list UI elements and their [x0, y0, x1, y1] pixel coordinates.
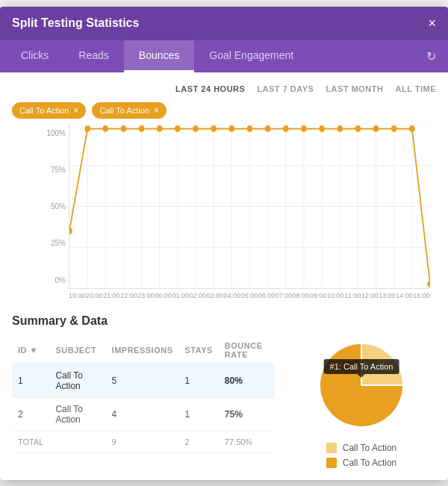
chart-dot: [301, 125, 306, 132]
legend-label-2: Call To Action: [343, 458, 397, 468]
summary-title: Summary & Data: [12, 314, 436, 328]
x-label-11: 11:00: [344, 292, 361, 299]
filter-tag-2-label: Call To Action: [99, 106, 149, 115]
table-row: 2 Call To Action 4 1 75%: [12, 397, 275, 431]
col-subject: SUBJECT: [49, 337, 105, 364]
row-1-impressions: 5: [106, 364, 179, 397]
chart-dot: [121, 125, 126, 132]
modal-header: Split Testing Statistics ×: [0, 7, 448, 40]
total-impressions: 9: [106, 431, 179, 452]
y-label-50: 50%: [42, 202, 66, 211]
chart-dot: [409, 125, 414, 132]
x-label-21: 21:00: [103, 292, 120, 299]
data-table: ID ▼ SUBJECT IMPRESSIONS STAYS BOUNCE RA…: [12, 337, 275, 453]
tab-clicks[interactable]: Clicks: [6, 40, 63, 72]
x-label-12: 12:00: [361, 292, 379, 299]
chart-dot: [139, 125, 144, 132]
x-label-20: 20:00: [86, 292, 103, 299]
row-2-bounce-rate: 75%: [219, 397, 275, 431]
x-label-13: 13:00: [379, 292, 396, 299]
chart-dot: [373, 125, 379, 132]
col-id: ID ▼: [12, 337, 49, 364]
chart-dot: [427, 281, 430, 287]
x-label-19: 19:00: [69, 292, 86, 299]
summary-section: Summary & Data ID ▼ SUBJECT IMPRESSIONS …: [12, 314, 436, 468]
x-label-07: 07:00: [276, 292, 293, 299]
x-label-09: 09:00: [310, 292, 327, 299]
total-bounce-rate: 77.50%: [219, 431, 275, 452]
pie-legend: Call To Action Call To Action: [326, 443, 397, 468]
filter-tag-1-remove[interactable]: ×: [73, 105, 78, 116]
x-label-15: 15:00: [413, 292, 430, 299]
chart-dot: [247, 125, 252, 132]
chart-dot: [193, 125, 198, 132]
x-label-06: 06:00: [258, 292, 276, 299]
modal-title: Split Testing Statistics: [12, 16, 139, 30]
pie-svg: [313, 337, 410, 434]
col-impressions: IMPRESSIONS: [106, 337, 179, 364]
x-label-10: 10:00: [327, 292, 344, 299]
row-1-bounce-rate: 80%: [219, 364, 275, 397]
chart-wrapper: 100% 75% 50% 25% 0%: [42, 125, 430, 299]
x-label-04: 04:00: [224, 292, 241, 299]
filter-last-7-days[interactable]: LAST 7 DAYS: [257, 84, 314, 93]
pie-tooltip: #1: Call To Action: [324, 359, 399, 374]
row-2-impressions: 4: [106, 397, 179, 431]
chart-dot: [319, 125, 324, 132]
filter-last-month[interactable]: LAST MONTH: [326, 84, 383, 93]
pie-chart: #1: Call To Action: [313, 337, 410, 434]
filter-tag-1-label: Call To Action: [19, 106, 69, 115]
filter-last-24-hours[interactable]: LAST 24 HOURS: [175, 84, 245, 93]
legend-label-1: Call To Action: [343, 443, 397, 453]
filter-tag-2-remove[interactable]: ×: [154, 105, 159, 116]
total-empty: [49, 431, 105, 452]
filter-all-time[interactable]: ALL TIME: [395, 84, 436, 93]
x-label-22: 22:00: [120, 292, 137, 299]
filter-tags: Call To Action × Call To Action ×: [12, 102, 436, 119]
x-label-14: 14:00: [396, 292, 413, 299]
modal: Split Testing Statistics × Clicks Reads …: [0, 7, 448, 480]
x-label-05: 05:00: [241, 292, 258, 299]
chart-dot: [265, 125, 270, 132]
chart-dot: [69, 227, 72, 234]
y-label-75: 75%: [42, 166, 66, 174]
chart-dot: [157, 125, 162, 132]
time-filters: LAST 24 HOURS LAST 7 DAYS LAST MONTH ALL…: [12, 84, 436, 93]
chart-dot: [283, 125, 288, 132]
x-axis: 19:00 20:00 21:00 22:00 23:00 00:00 01:0…: [69, 292, 430, 299]
tab-goal-engagement[interactable]: Goal Engagement: [194, 40, 308, 72]
legend-color-2: [326, 458, 337, 468]
filter-tag-2: Call To Action ×: [92, 102, 166, 119]
x-label-01: 01:00: [172, 292, 189, 299]
table-section: ID ▼ SUBJECT IMPRESSIONS STAYS BOUNCE RA…: [12, 337, 275, 468]
chart-dot: [337, 125, 343, 132]
tab-reads[interactable]: Reads: [63, 40, 123, 72]
chart-dot: [211, 125, 216, 132]
x-label-00: 00:00: [155, 292, 172, 299]
chart-dot: [355, 125, 361, 132]
row-2-stays: 1: [178, 397, 218, 431]
chart-dot: [229, 125, 234, 132]
chart-dot: [84, 125, 90, 132]
table-header-row: ID ▼ SUBJECT IMPRESSIONS STAYS BOUNCE RA…: [12, 337, 275, 364]
total-stays: 2: [178, 431, 218, 452]
close-button[interactable]: ×: [428, 16, 436, 31]
row-2-subject: Call To Action: [49, 397, 105, 431]
chart-dot: [391, 125, 396, 132]
tab-bounces[interactable]: Bounces: [124, 40, 194, 72]
row-1-id: 1: [12, 364, 49, 397]
col-stays: STAYS: [178, 337, 218, 364]
legend-item-1: Call To Action: [326, 443, 397, 453]
y-label-0: 0%: [42, 276, 66, 284]
x-label-23: 23:00: [137, 292, 155, 299]
legend-item-2: Call To Action: [326, 458, 397, 468]
tabs-bar: Clicks Reads Bounces Goal Engagement ↻: [0, 40, 448, 72]
legend-color-1: [326, 443, 337, 453]
pie-section: #1: Call To Action Call To Action Call T…: [287, 337, 436, 468]
chart-dot: [103, 125, 108, 132]
filter-tag-1: Call To Action ×: [12, 102, 86, 119]
refresh-button[interactable]: ↻: [420, 43, 442, 69]
x-label-03: 03:00: [207, 292, 224, 299]
chart-dot: [175, 125, 180, 132]
y-label-100: 100%: [42, 129, 66, 137]
